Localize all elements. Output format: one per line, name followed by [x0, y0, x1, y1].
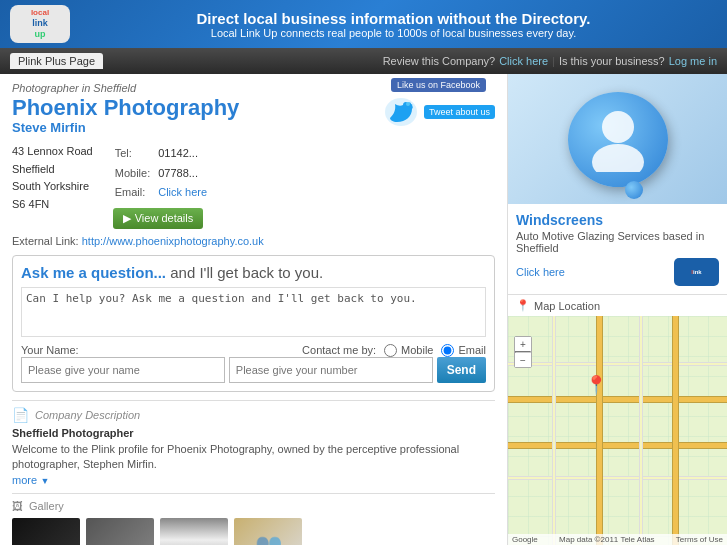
business-header: Photographer in Sheffield Phoenix Photog…	[12, 82, 495, 143]
ad-click-link[interactable]: Click here	[516, 266, 565, 278]
profile-bubble	[568, 92, 668, 187]
your-name-label: Your Name:	[21, 344, 79, 356]
header-tagline-sub: Local Link Up connects real people to 10…	[70, 27, 717, 39]
more-link[interactable]: more	[12, 474, 37, 486]
svg-point-2	[602, 111, 634, 143]
site-logo[interactable]: local link up	[10, 5, 70, 43]
gallery-thumb-1[interactable]	[12, 518, 80, 545]
terms-link[interactable]: Terms of Use	[676, 535, 723, 544]
sep1: |	[552, 55, 555, 67]
facebook-button[interactable]: Like us on Facebook	[391, 78, 486, 92]
header-tagline-main: Direct local business information withou…	[70, 10, 717, 27]
radio-email-group: Email	[441, 344, 486, 357]
address-line1: 43 Lennox Road	[12, 143, 93, 161]
map-title: Map Location	[534, 300, 600, 312]
question-ask: Ask me a question...	[21, 264, 166, 281]
tel-label: Tel:	[115, 145, 156, 163]
name-input[interactable]	[21, 357, 225, 383]
radio-mobile[interactable]	[384, 344, 397, 357]
map-container[interactable]: + − 📍 Google Map data ©2011 Tele Atlas T…	[508, 316, 727, 545]
desc-heading: Company Description	[35, 409, 140, 421]
email-link[interactable]: Click here	[158, 186, 207, 198]
external-link-label: External Link:	[12, 235, 79, 247]
gallery-label: Gallery	[29, 500, 64, 512]
question-title: Ask me a question... and I'll get back t…	[21, 264, 486, 281]
number-input[interactable]	[229, 357, 433, 383]
mobile-value: 07788...	[158, 165, 213, 183]
radio-mobile-group: Mobile	[384, 344, 433, 357]
logo-up: up	[31, 29, 49, 40]
ad-logo-row: Click here link	[516, 258, 719, 286]
profile-silhouette-icon	[583, 107, 653, 172]
radio-email[interactable]	[441, 344, 454, 357]
contact-block: Tel: 01142... Mobile: 07788... Email: Cl…	[113, 143, 215, 229]
map-zoom-out[interactable]: −	[515, 353, 531, 367]
contact-by-label: Contact me by:	[302, 344, 376, 356]
nav-bar: Plink Plus Page Review this Company? Cli…	[0, 48, 727, 74]
ad-title: Windscreens	[516, 212, 719, 228]
desc-body: Welcome to the Plink profile for Phoenix…	[12, 442, 495, 473]
external-link-url[interactable]: http://www.phoenixphotography.co.uk	[82, 235, 264, 247]
svg-point-3	[592, 144, 644, 172]
question-box: Ask me a question... and I'll get back t…	[12, 255, 495, 392]
bubble-tail	[625, 181, 643, 199]
header-text: Direct local business information withou…	[70, 10, 717, 39]
address-line3: South Yorkshire	[12, 178, 93, 196]
more-arrow: ▼	[40, 476, 49, 486]
map-pin: 📍	[585, 374, 607, 396]
map-road-v2	[639, 316, 643, 545]
nav-tab-plink[interactable]: Plink Plus Page	[10, 53, 103, 69]
desc-icon: 📄	[12, 407, 29, 423]
view-details-icon: ▶	[123, 212, 131, 225]
gallery-section: 🖼 Gallery 👥	[12, 493, 495, 545]
contact-table: Tel: 01142... Mobile: 07788... Email: Cl…	[113, 143, 215, 204]
radio-email-label: Email	[458, 344, 486, 356]
gallery-thumb-2[interactable]	[86, 518, 154, 545]
business-category: Photographer in Sheffield	[12, 82, 239, 94]
review-click-link[interactable]: Click here	[499, 55, 548, 67]
map-data-label: Map data ©2011 Tele Atlas	[559, 535, 655, 544]
address-section: 43 Lennox Road Sheffield South Yorkshire…	[12, 143, 495, 229]
map-background	[508, 316, 727, 545]
left-column: Photographer in Sheffield Phoenix Photog…	[0, 74, 507, 545]
gallery-thumb-3[interactable]	[160, 518, 228, 545]
map-road-h3	[508, 362, 727, 366]
business-name-block: Photographer in Sheffield Phoenix Photog…	[12, 82, 239, 143]
ad-desc: Auto Motive Glazing Services based in Sh…	[516, 230, 719, 254]
map-road-h2	[508, 442, 727, 449]
logo-local: local	[31, 8, 49, 18]
map-header: 📍 Map Location	[508, 295, 727, 316]
login-link[interactable]: Log me in	[669, 55, 717, 67]
contact-row: Your Name: Contact me by: Mobile Email	[21, 344, 486, 357]
address-line2: Sheffield	[12, 161, 93, 179]
gallery-header: 🖼 Gallery	[12, 500, 495, 512]
logo-link: link	[31, 18, 49, 29]
view-details-label: View details	[135, 212, 194, 224]
radio-mobile-label: Mobile	[401, 344, 433, 356]
map-pin-icon: 📍	[516, 299, 530, 312]
tel-value: 01142...	[158, 145, 213, 163]
gallery-icon: 🖼	[12, 500, 23, 512]
social-box: Like us on Facebook Tweet about us	[382, 78, 495, 128]
view-details-button[interactable]: ▶ View details	[113, 208, 204, 229]
address-line4: S6 4FN	[12, 196, 93, 214]
twitter-row: Tweet about us	[382, 96, 495, 128]
business-name: Phoenix Photography	[12, 96, 239, 120]
tweet-button[interactable]: Tweet about us	[424, 105, 495, 119]
gallery-thumb-4[interactable]: 👥	[234, 518, 302, 545]
map-zoom-in[interactable]: +	[515, 337, 531, 351]
twitter-bird-icon	[382, 96, 420, 128]
map-road-v4	[672, 316, 679, 545]
company-description-section: 📄 Company Description Sheffield Photogra…	[12, 400, 495, 487]
svg-point-1	[406, 102, 410, 106]
question-rest: and I'll get back to you.	[166, 264, 323, 281]
map-road-h4	[508, 476, 727, 480]
question-textarea[interactable]: Can I help you? Ask me a question and I'…	[21, 287, 486, 337]
map-road-h1	[508, 396, 727, 403]
ad-section: Windscreens Auto Motive Glazing Services…	[508, 204, 727, 295]
main-content: Photographer in Sheffield Phoenix Photog…	[0, 74, 727, 545]
nav-right: Review this Company? Click here | Is thi…	[383, 55, 717, 67]
google-label: Google	[512, 535, 538, 544]
send-button[interactable]: Send	[437, 357, 486, 383]
desc-short: Sheffield Photographer	[12, 427, 495, 439]
